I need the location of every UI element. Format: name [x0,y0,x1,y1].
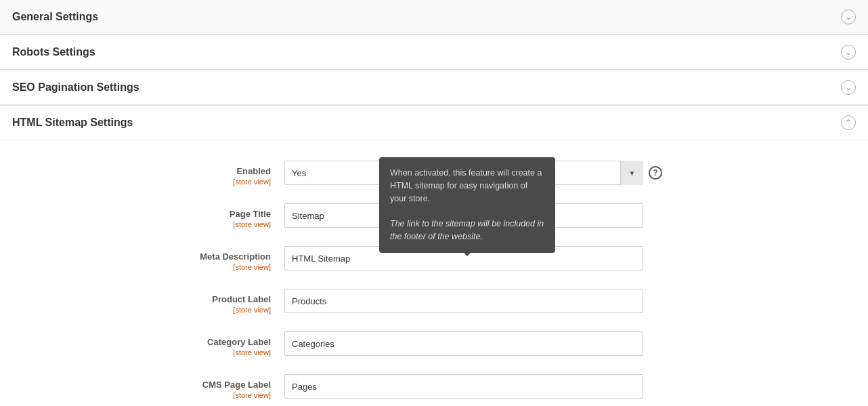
category-label-store-view: [store view] [0,348,271,357]
enabled-label: Enabled [0,166,271,176]
page-title-store-view: [store view] [0,220,271,228]
product-label-label-col: Product Label [store view] [0,289,284,314]
meta-description-control-col [284,246,854,270]
cms-page-label-label: CMS Page Label [0,380,271,390]
general-settings-title: General Settings [12,11,98,23]
page-title-label: Page Title [0,209,271,219]
enabled-store-view: [store view] [0,178,271,186]
enabled-label-col: Enabled [store view] [0,161,284,186]
robots-settings-toggle-icon: ⌄ [841,45,856,60]
html-sitemap-form: Enabled [store view] Yes No ▼ ? When ac [0,140,868,406]
meta-description-label-col: Meta Description [store view] [0,246,284,271]
html-sitemap-section: HTML Sitemap Settings ⌃ Enabled [store v… [0,106,868,406]
category-label-control-col [284,331,854,356]
category-label-input[interactable] [284,331,643,356]
general-settings-header[interactable]: General Settings ⌄ [0,0,868,35]
html-sitemap-title: HTML Sitemap Settings [12,117,133,129]
page-title-label-col: Page Title [store view] [0,203,284,228]
html-sitemap-toggle-icon: ⌃ [841,115,856,130]
page-title-row: Page Title [store view] [0,197,868,235]
product-label-row: Product Label [store view] [0,282,868,321]
enabled-select[interactable]: Yes No [284,161,643,185]
meta-description-input[interactable] [284,246,643,270]
html-sitemap-header[interactable]: HTML Sitemap Settings ⌃ [0,106,868,140]
cms-page-label-store-view: [store view] [0,391,271,399]
robots-settings-header[interactable]: Robots Settings ⌄ [0,35,868,70]
robots-settings-title: Robots Settings [12,46,95,58]
meta-description-store-view: [store view] [0,263,271,271]
enabled-control-col: Yes No ▼ ? When activated, this feature … [284,161,854,185]
category-label-label: Category Label [0,337,271,347]
page-title-input[interactable] [284,203,643,228]
page-title-control-col [284,203,854,228]
product-label-store-view: [store view] [0,306,271,314]
general-settings-toggle-icon: ⌄ [841,9,856,24]
seo-pagination-toggle-icon: ⌄ [841,80,856,95]
seo-pagination-header[interactable]: SEO Pagination Settings ⌄ [0,70,868,105]
meta-description-label: Meta Description [0,251,271,262]
category-label-row: Category Label [store view] [0,325,868,363]
seo-pagination-title: SEO Pagination Settings [12,81,139,94]
cms-page-label-control-col [284,374,854,399]
cms-page-label-row: CMS Page Label [store view] [0,367,868,406]
product-label-input[interactable] [284,289,643,313]
cms-page-label-input[interactable] [284,374,643,399]
cms-page-label-label-col: CMS Page Label [store view] [0,374,284,399]
category-label-label-col: Category Label [store view] [0,331,284,357]
enabled-select-wrapper: Yes No ▼ [284,161,643,185]
product-label-control-col [284,289,854,313]
enabled-row: Enabled [store view] Yes No ▼ ? When ac [0,154,868,192]
meta-description-row: Meta Description [store view] [0,239,868,278]
product-label-label: Product Label [0,294,271,304]
enabled-help-icon[interactable]: ? [649,166,662,180]
